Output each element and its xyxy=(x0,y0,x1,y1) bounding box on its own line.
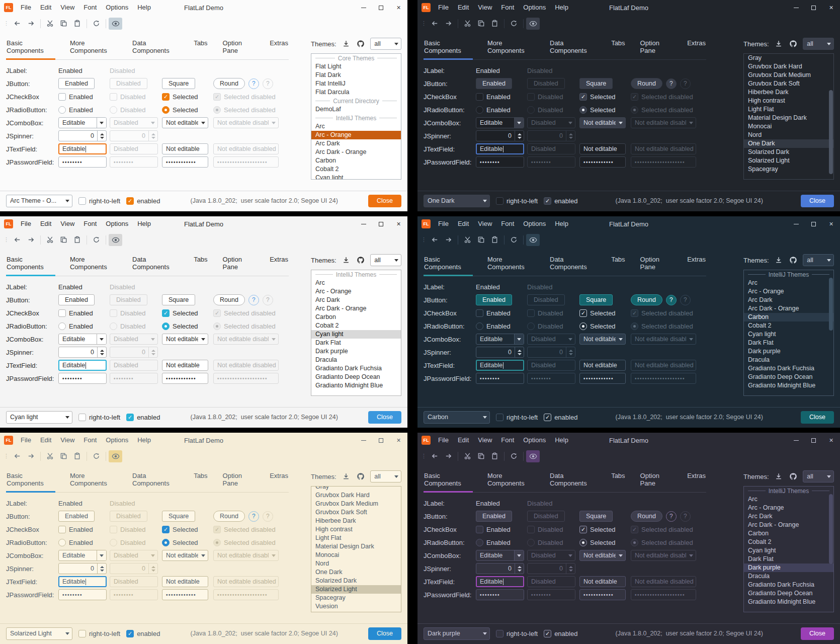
tab-data-components[interactable]: Data Components xyxy=(549,471,597,493)
toolbar-grip[interactable]: ⋮ xyxy=(4,20,9,27)
themes-list-item-selected[interactable]: Carbon xyxy=(744,313,833,321)
tab-basic-components[interactable]: Basic Components xyxy=(6,38,55,60)
themes-list-item[interactable]: Carbon xyxy=(744,529,833,538)
tab-extras[interactable]: Extras xyxy=(687,255,706,276)
tab-extras[interactable]: Extras xyxy=(687,471,706,493)
themes-list-item[interactable]: Solarized Light xyxy=(744,156,833,165)
themes-list-item[interactable]: Arc xyxy=(744,495,833,504)
themes-list-item-selected[interactable]: One Dark xyxy=(744,139,833,148)
passwordfield-enabled[interactable]: •••••••• xyxy=(58,156,107,168)
right-to-left-checkbox[interactable]: right-to-left xyxy=(78,630,120,637)
themes-list-item[interactable]: Vuesion xyxy=(311,602,401,611)
textfield-editable-focused[interactable]: Editable xyxy=(58,576,107,587)
themes-list-item[interactable]: Flat Darcula xyxy=(311,88,401,97)
tab-option-pane[interactable]: Option Pane xyxy=(222,471,256,493)
close-window-button[interactable]: × xyxy=(390,433,407,448)
paste-button[interactable] xyxy=(70,234,84,246)
square-button[interactable]: Square xyxy=(162,78,195,89)
combobox-not-editable[interactable]: Not editable xyxy=(579,550,626,561)
themes-list-item[interactable]: Hiberbee Dark xyxy=(744,88,833,97)
close-button[interactable]: Close xyxy=(801,195,834,207)
menu-view[interactable]: View xyxy=(473,433,496,448)
themes-list[interactable]: IntelliJ ThemesArcArc - OrangeArc DarkAr… xyxy=(743,270,834,396)
cut-button[interactable] xyxy=(43,234,57,246)
help-button[interactable]: ? xyxy=(666,78,677,89)
passwordfield-not-editable[interactable]: •••••••••••• xyxy=(579,589,626,600)
combobox-not-editable[interactable]: Not editable xyxy=(162,550,208,561)
tab-option-pane[interactable]: Option Pane xyxy=(640,38,673,60)
menu-view[interactable]: View xyxy=(473,216,496,231)
toolbar-grip[interactable]: ⋮ xyxy=(421,20,427,27)
toolbar-grip[interactable]: ⋮ xyxy=(4,453,9,459)
menu-help[interactable]: Help xyxy=(133,433,155,448)
themes-list-item[interactable]: Gruvbox Dark Hard xyxy=(744,62,833,71)
checkbox-enabled[interactable]: Enabled xyxy=(476,91,527,102)
cut-button[interactable] xyxy=(461,234,474,246)
combobox-editable[interactable]: Editable xyxy=(58,117,107,128)
checkbox-enabled[interactable]: Enabled xyxy=(58,524,110,535)
combobox-editable[interactable]: Editable xyxy=(476,334,524,345)
close-button[interactable]: Close xyxy=(801,627,834,640)
tab-basic-components[interactable]: Basic Components xyxy=(424,38,473,60)
checkbox-selected[interactable]: Selected xyxy=(579,91,631,102)
refresh-button[interactable] xyxy=(90,450,103,462)
maximize-button[interactable] xyxy=(372,0,390,15)
combobox-not-editable[interactable]: Not editable xyxy=(579,334,626,345)
right-to-left-checkbox[interactable]: right-to-left xyxy=(496,414,538,421)
show-hidden-toggle-button[interactable] xyxy=(109,18,122,30)
chevron-down-icon[interactable] xyxy=(616,334,625,344)
enabled-checkbox[interactable]: enabled xyxy=(126,414,160,421)
tab-more-components[interactable]: More Components xyxy=(69,38,118,60)
radio-enabled[interactable]: Enabled xyxy=(476,104,527,115)
cut-button[interactable] xyxy=(461,450,474,462)
themes-list-item[interactable]: Gradianto Dark Fuchsia xyxy=(744,364,833,373)
minimize-button[interactable] xyxy=(355,433,372,448)
toolbar-grip[interactable]: ⋮ xyxy=(4,236,9,243)
chevron-down-icon[interactable] xyxy=(97,118,106,128)
themes-list-item[interactable]: Arc Dark xyxy=(311,139,401,148)
menu-font[interactable]: Font xyxy=(496,0,519,15)
back-button[interactable] xyxy=(11,234,24,246)
menu-view[interactable]: View xyxy=(56,433,79,448)
spinner-buttons[interactable] xyxy=(97,131,106,141)
tab-option-pane[interactable]: Option Pane xyxy=(222,38,256,60)
tab-data-components[interactable]: Data Components xyxy=(549,38,597,60)
right-to-left-checkbox[interactable]: right-to-left xyxy=(78,197,120,205)
tab-tabs[interactable]: Tabs xyxy=(193,471,208,493)
textfield-not-editable[interactable]: Not editable xyxy=(162,576,208,587)
themes-list-item[interactable]: Gradianto Midnight Blue xyxy=(744,598,833,606)
themes-list-item[interactable]: Cobalt 2 xyxy=(311,165,401,174)
themes-list-item[interactable]: Dark Flat xyxy=(311,339,401,347)
help-button[interactable]: ? xyxy=(248,511,259,522)
round-button[interactable]: Round xyxy=(213,294,245,305)
close-button[interactable]: Close xyxy=(801,411,834,424)
themes-list-item[interactable]: Arc xyxy=(744,279,833,287)
themes-list-item[interactable]: Arc Dark xyxy=(311,296,401,304)
menu-edit[interactable]: Edit xyxy=(36,433,56,448)
chevron-down-icon[interactable] xyxy=(198,550,208,560)
checkbox-enabled[interactable]: Enabled xyxy=(58,307,110,318)
spinner[interactable]: 0 xyxy=(58,130,107,141)
themes-list-item[interactable]: Dark Flat xyxy=(744,555,833,564)
scrollbar-thumb[interactable] xyxy=(829,90,833,174)
tab-data-components[interactable]: Data Components xyxy=(132,38,179,60)
square-button[interactable]: Square xyxy=(579,511,613,522)
themes-list-item[interactable]: Gradianto Midnight Blue xyxy=(311,381,401,390)
spinner[interactable]: 0 xyxy=(58,563,107,574)
spinner[interactable]: 0 xyxy=(476,347,524,358)
themes-list-item[interactable]: Gradianto Deep Ocean xyxy=(744,589,833,598)
checkbox-enabled[interactable]: Enabled xyxy=(476,524,527,535)
combobox-editable[interactable]: Editable xyxy=(476,117,524,128)
themes-list-item[interactable]: Solarized Dark xyxy=(744,148,833,156)
themes-filter-combobox[interactable]: all xyxy=(370,470,401,482)
themes-filter-combobox[interactable]: all xyxy=(803,38,834,50)
forward-button[interactable] xyxy=(442,234,455,246)
checkbox-enabled[interactable]: Enabled xyxy=(476,307,527,318)
maximize-button[interactable] xyxy=(805,0,822,15)
menu-file[interactable]: File xyxy=(16,433,36,448)
menu-font[interactable]: Font xyxy=(79,216,101,231)
theme-selector-combobox[interactable]: One Dark xyxy=(424,195,490,207)
themes-list-item[interactable]: Dark purple xyxy=(311,347,401,356)
combobox-not-editable[interactable]: Not editable xyxy=(579,117,626,128)
tab-tabs[interactable]: Tabs xyxy=(193,255,208,276)
